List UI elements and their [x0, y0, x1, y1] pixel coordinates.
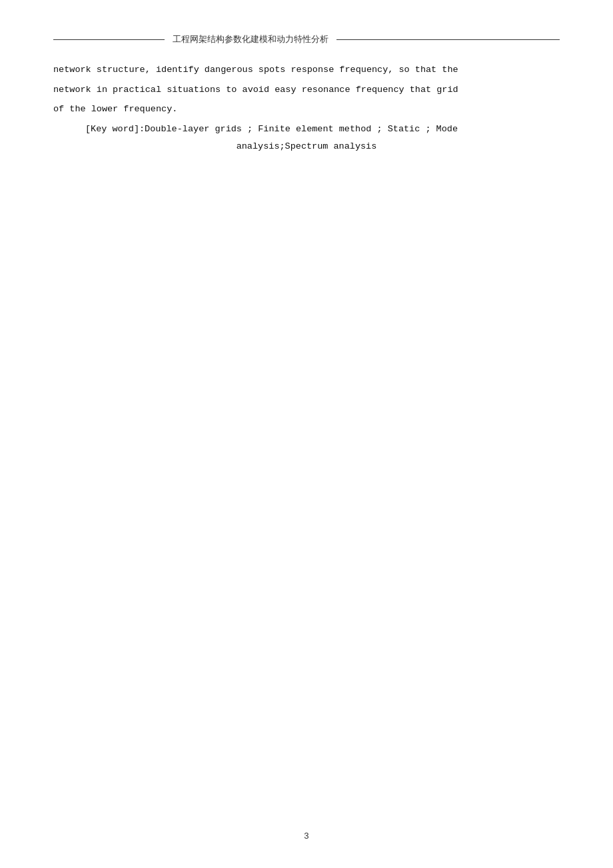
keywords-line-2: analysis;Spectrum analysis	[53, 138, 560, 155]
body-paragraph-3: of the lower frequency.	[53, 101, 560, 118]
page: 工程网架结构参数化建模和动力特性分析 network structure, id…	[0, 0, 613, 868]
header-rule-right	[336, 39, 560, 40]
body-paragraph-2: network in practical situations to avoid…	[53, 81, 560, 99]
header-title: 工程网架结构参数化建模和动力特性分析	[165, 33, 336, 45]
page-number: 3	[304, 831, 309, 841]
header-rule-left	[53, 39, 165, 40]
page-header: 工程网架结构参数化建模和动力特性分析	[53, 33, 560, 49]
keywords-line-1: [Key word]:Double-layer grids ; Finite e…	[53, 121, 560, 138]
body-paragraph-1: network structure, identify dangerous sp…	[53, 61, 560, 79]
